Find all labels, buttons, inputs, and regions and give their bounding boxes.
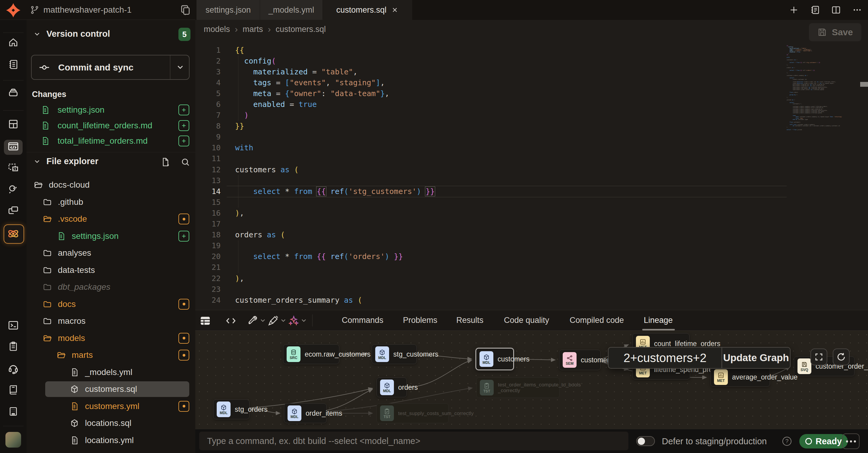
code-line-18[interactable]: 18orders as ( xyxy=(195,229,868,240)
scrollbar-thumb[interactable] xyxy=(860,82,868,87)
changed-file-count-lifetime-orders[interactable]: count_lifetime_orders.md xyxy=(27,118,195,133)
code-line-2[interactable]: 2 config( xyxy=(195,56,868,66)
split-editor-button[interactable] xyxy=(830,3,843,17)
save-button[interactable]: Save xyxy=(809,23,861,41)
copy-branch-icon[interactable] xyxy=(180,4,192,16)
branch-selector[interactable]: matthewshaver-patch-1 xyxy=(30,0,132,20)
code-line-4[interactable]: 4 tags = ["events", "staging"], xyxy=(195,77,868,88)
rail-organization[interactable] xyxy=(0,406,27,417)
breadcrumb-item[interactable]: marts xyxy=(243,25,263,34)
tree-item--models-yml[interactable]: _models.yml xyxy=(27,364,195,381)
defer-toggle[interactable] xyxy=(636,436,655,446)
code-line-9[interactable]: 9 xyxy=(195,132,868,142)
tree-item--github[interactable]: .github xyxy=(27,194,195,211)
rail-logs[interactable] xyxy=(0,341,27,352)
lineage-node-average_order_value[interactable]: METaverage_order_value xyxy=(710,367,770,387)
rail-home[interactable] xyxy=(0,37,27,48)
code-line-5[interactable]: 5 meta = {"owner": "data-team"}, xyxy=(195,88,868,99)
lineage-query-input[interactable]: 2+customers+2 xyxy=(609,348,721,368)
code-line-17[interactable]: 17 xyxy=(195,219,868,229)
tree-item-docs-cloud[interactable]: docs-cloud xyxy=(27,176,195,193)
code-line-21[interactable]: 21 xyxy=(195,262,868,273)
refresh-graph-button[interactable] xyxy=(833,349,849,365)
code-line-22[interactable]: 22), xyxy=(195,273,868,284)
lineage-node-test_supply_costs[interactable]: TSTtest_supply_costs_sum_correctly xyxy=(376,403,449,423)
tree-item-settings-json[interactable]: settings.json xyxy=(27,228,195,245)
code-line-16[interactable]: 16), xyxy=(195,207,868,218)
user-avatar[interactable] xyxy=(5,432,21,448)
rail-docs[interactable] xyxy=(0,384,27,395)
build-options-chevron[interactable] xyxy=(259,317,267,324)
format-button[interactable] xyxy=(266,314,280,328)
more-options-icon[interactable] xyxy=(850,3,864,17)
tree-item-marts[interactable]: marts xyxy=(27,347,195,363)
rail-jobs[interactable] xyxy=(0,87,27,98)
tree-item-macros[interactable]: macros xyxy=(27,313,195,329)
rail-discovery[interactable] xyxy=(0,183,27,195)
commit-and-sync-button[interactable]: Commit and sync xyxy=(31,55,190,80)
status-ready-badge[interactable]: Ready xyxy=(799,434,848,449)
code-line-3[interactable]: 3 materialized = "table", xyxy=(195,66,868,77)
tree-item-models[interactable]: models xyxy=(27,330,195,347)
compile-code-button[interactable] xyxy=(224,314,238,328)
search-icon[interactable] xyxy=(179,156,192,168)
lineage-node-order_items[interactable]: MDLorder_items xyxy=(284,403,327,423)
tab-models-yml[interactable]: _models.yml xyxy=(260,0,323,20)
update-graph-button[interactable]: Update Graph xyxy=(722,348,790,368)
tree-item-locations-yml[interactable]: locations.yml xyxy=(27,432,195,449)
panel-tab-compiled-code[interactable]: Compiled code xyxy=(569,310,624,330)
code-lines[interactable]: 1{{2 config(3 materialized = "table",4 t… xyxy=(195,44,868,305)
lineage-canvas[interactable]: SRCecom.raw_customersMDLstg_customersMDL… xyxy=(195,331,868,429)
stage-add-icon[interactable] xyxy=(179,120,189,131)
fullscreen-button[interactable] xyxy=(810,349,827,365)
rail-code-editor[interactable] xyxy=(0,140,27,153)
code-line-6[interactable]: 6 enabled = true xyxy=(195,99,868,110)
panel-tab-problems[interactable]: Problems xyxy=(403,310,437,330)
commit-options-chevron[interactable] xyxy=(176,63,185,72)
stage-add-icon[interactable] xyxy=(179,104,189,116)
dbt-copilot-icon[interactable] xyxy=(0,227,27,240)
rail-notebooks[interactable] xyxy=(0,59,27,70)
changed-file-settings-json[interactable]: settings.json xyxy=(27,102,195,118)
code-line-1[interactable]: 1{{ xyxy=(195,44,868,56)
tree-item-locations-sql[interactable]: locations.sql xyxy=(27,415,195,432)
code-line-14[interactable]: 14 select * from {{ ref('stg_customers')… xyxy=(195,186,868,197)
rail-canvas[interactable] xyxy=(0,162,27,173)
tree-item-docs[interactable]: docs xyxy=(27,296,195,313)
code-line-11[interactable]: 11 xyxy=(195,153,868,164)
format-options-chevron[interactable] xyxy=(280,317,287,324)
stage-add-icon[interactable] xyxy=(179,135,189,147)
code-line-10[interactable]: 10with xyxy=(195,142,868,153)
tab-customers-sql[interactable]: customers.sql xyxy=(323,0,412,20)
build-button[interactable] xyxy=(245,314,259,328)
preview-results-button[interactable] xyxy=(198,314,212,328)
panel-tab-lineage[interactable]: Lineage xyxy=(644,310,673,330)
minimap[interactable]: {{ config( materialized = "table", tags … xyxy=(786,45,858,172)
lineage-node-raw_customers[interactable]: SRCecom.raw_customers xyxy=(283,344,339,364)
code-line-19[interactable]: 19 xyxy=(195,240,868,251)
code-line-24[interactable]: 24customer_orders_summary as ( xyxy=(195,295,868,305)
rail-support[interactable] xyxy=(0,363,27,375)
code-line-12[interactable]: 12customers as ( xyxy=(195,164,868,175)
command-input[interactable] xyxy=(199,432,628,450)
lineage-node-test_order_items[interactable]: TSTtest_order_items_compute_to_bools _co… xyxy=(476,378,560,398)
lineage-node-stg_customers[interactable]: MDLstg_customers xyxy=(372,344,417,364)
tree-item-customers-sql[interactable]: customers.sql xyxy=(27,381,195,397)
changed-file-total-lifetime-orders[interactable]: total_lifetime_orders.md xyxy=(27,133,195,149)
lineage-node-customers_sem[interactable]: SEMcustomers xyxy=(559,350,601,370)
file-explorer-header[interactable]: File explorer xyxy=(33,156,98,166)
tab-settings-json[interactable]: settings.json xyxy=(196,0,260,20)
command-more-button[interactable] xyxy=(842,433,860,449)
panel-tab-results[interactable]: Results xyxy=(456,310,484,330)
new-file-icon[interactable] xyxy=(159,156,172,168)
rail-dashboard[interactable] xyxy=(0,118,27,130)
tree-item--vscode[interactable]: .vscode xyxy=(27,211,195,227)
close-icon[interactable] xyxy=(391,6,398,13)
lineage-node-stg_orders[interactable]: MDLstg_orders xyxy=(213,399,250,419)
panel-tab-code-quality[interactable]: Code quality xyxy=(504,310,549,330)
new-tab-button[interactable] xyxy=(787,3,801,17)
code-line-23[interactable]: 23 xyxy=(195,284,868,295)
help-icon[interactable]: ? xyxy=(782,437,792,446)
code-line-13[interactable]: 13 xyxy=(195,175,868,186)
panel-tab-commands[interactable]: Commands xyxy=(342,310,383,330)
